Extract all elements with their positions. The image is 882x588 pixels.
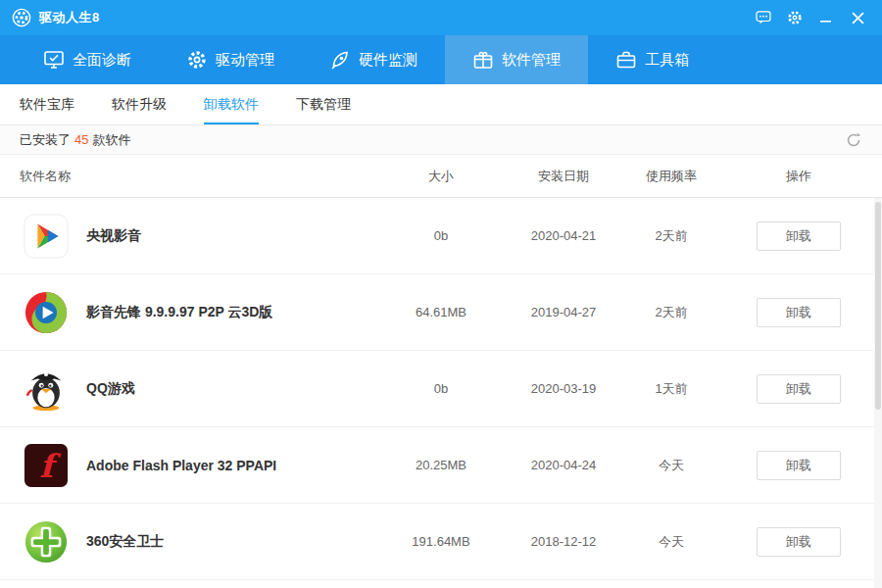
refresh-icon[interactable] [845,131,862,149]
app-logo-icon [12,8,31,27]
app-date: 2020-04-24 [510,458,617,472]
table-header: 软件名称 大小 安装日期 使用频率 操作 [0,155,882,198]
subtab-label: 软件宝库 [20,96,74,114]
table-row: 影音先锋 9.9.9.97 P2P 云3D版 64.61MB 2019-04-2… [0,274,882,351]
close-button[interactable] [845,5,870,30]
app-freq: 1天前 [617,380,725,398]
header-op: 操作 [725,168,872,185]
app-date: 2019-04-27 [510,305,617,319]
nav-item-software[interactable]: 软件管理 [445,35,588,84]
main-nav: 全面诊断 驱动管理 硬件监测 软件管理 [0,35,882,84]
nav-label: 全面诊断 [73,51,131,70]
app-freq: 2天前 [617,227,725,245]
window-title: 驱动人生8 [39,9,100,26]
app-size: 191.64MB [372,534,510,549]
uninstall-button[interactable]: 卸载 [757,527,841,557]
scrollbar-track[interactable] [874,198,882,588]
package-icon [472,49,494,71]
subtab-label: 下载管理 [296,96,351,114]
status-prefix: 已安装了 [20,131,71,149]
app-size: 0b [372,381,510,396]
header-freq: 使用频率 [617,168,725,185]
sub-nav: 软件宝库 软件升级 卸载软件 下载管理 [0,84,882,125]
app-name: 360安全卫士 [86,533,164,551]
toolbox-icon [615,49,637,71]
subtab-software-upgrade[interactable]: 软件升级 [112,84,167,124]
360-icon [24,519,69,564]
nav-item-driver[interactable]: 驱动管理 [159,35,302,84]
subtab-label: 卸载软件 [204,96,259,114]
nav-item-hardware[interactable]: 硬件监测 [302,35,445,84]
gear-icon [186,49,208,71]
app-date: 2018-12-12 [510,534,617,549]
titlebar: 驱动人生8 [0,0,882,35]
cbox-icon [24,214,69,259]
uninstall-button[interactable]: 卸载 [757,451,841,480]
feedback-icon[interactable] [751,5,776,30]
subtab-software-store[interactable]: 软件宝库 [20,84,74,124]
app-freq: 2天前 [617,304,725,321]
uninstall-button[interactable]: 卸载 [757,298,841,327]
settings-gear-icon[interactable] [782,5,808,30]
app-freq: 今天 [617,533,725,551]
table-row: 央视影音 0b 2020-04-21 2天前 卸载 [0,198,882,274]
scrollbar-thumb[interactable] [875,202,881,410]
app-date: 2020-04-21 [510,228,617,243]
subtab-uninstall[interactable]: 卸载软件 [204,84,259,124]
app-name: 央视影音 [86,227,141,245]
header-name: 软件名称 [0,168,372,185]
app-size: 20.25MB [372,458,510,472]
status-suffix: 款软件 [92,131,130,149]
header-size: 大小 [372,168,510,185]
uninstall-button[interactable]: 卸载 [757,374,841,404]
xfplay-icon [24,290,69,335]
table-row: 360安全卫士 191.64MB 2018-12-12 今天 卸载 [0,504,882,580]
nav-label: 驱动管理 [216,51,274,70]
flash-icon: f [24,443,69,488]
installed-count: 45 [74,132,88,147]
qqgame-icon [24,367,69,412]
nav-item-diagnosis[interactable]: 全面诊断 [16,35,159,84]
rocket-icon [329,49,351,71]
table-row: f Adobe Flash Player 32 PPAPI 20.25MB 20… [0,427,882,504]
app-size: 64.61MB [372,305,510,319]
table-row: QQ游戏 0b 2020-03-19 1天前 卸载 [0,351,882,427]
app-name: Adobe Flash Player 32 PPAPI [86,458,276,473]
minimize-button[interactable] [813,5,839,30]
app-date: 2020-03-19 [510,381,617,396]
nav-label: 硬件监测 [359,51,417,70]
subtab-label: 软件升级 [112,96,167,114]
nav-label: 工具箱 [645,51,689,70]
status-bar: 已安装了 45 款软件 [0,125,882,155]
app-name: QQ游戏 [86,380,135,398]
app-size: 0b [372,228,510,243]
uninstall-button[interactable]: 卸载 [757,221,841,251]
nav-item-toolbox[interactable]: 工具箱 [588,35,716,84]
app-name: 影音先锋 9.9.9.97 P2P 云3D版 [86,304,272,321]
nav-label: 软件管理 [502,51,561,70]
monitor-icon [43,49,65,71]
app-freq: 今天 [617,457,725,474]
header-date: 安装日期 [510,168,617,185]
subtab-download-manager[interactable]: 下载管理 [296,84,351,124]
